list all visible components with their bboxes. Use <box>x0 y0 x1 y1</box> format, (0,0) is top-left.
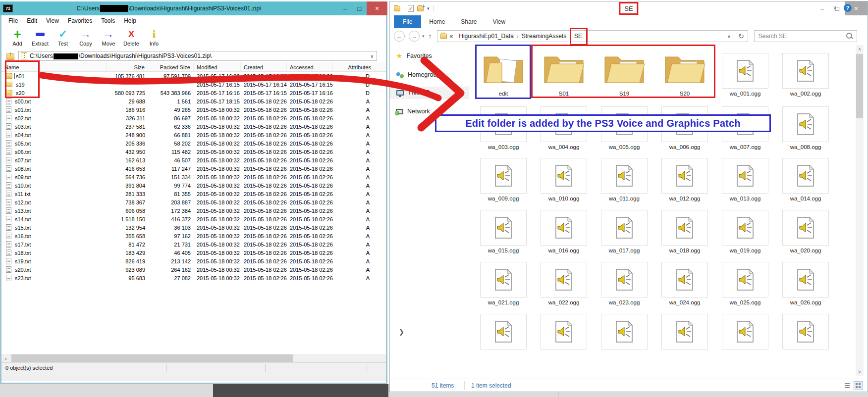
column-header-name[interactable]: Name <box>1 62 107 72</box>
table-row[interactable]: s12.txt738 367203 8872015-05-18 00:32201… <box>1 198 386 206</box>
packed-size-cell: 1 561 <box>148 99 194 104</box>
file-tile[interactable] <box>661 262 708 298</box>
file-tile[interactable] <box>722 314 768 349</box>
file-tile[interactable] <box>480 314 527 349</box>
file-tile[interactable] <box>661 210 708 246</box>
toolbar-button-info[interactable]: iInfo <box>144 27 164 50</box>
menu-item-edit[interactable]: Edit <box>27 17 37 24</box>
toolbar-button-add[interactable]: +Add <box>7 27 27 50</box>
file-tile[interactable] <box>541 210 587 246</box>
table-row[interactable]: s06.txt432 950115 4822015-05-18 00:32201… <box>1 148 386 156</box>
column-header-accessed[interactable]: Accessed <box>287 62 333 72</box>
file-tile[interactable] <box>722 210 768 246</box>
file-tile[interactable] <box>782 106 829 142</box>
menu-item-favorites[interactable]: Favorites <box>68 17 92 24</box>
column-header-created[interactable]: Created <box>241 62 287 72</box>
menu-item-tools[interactable]: Tools <box>101 17 115 24</box>
table-row[interactable]: s13.txt606 058172 3842015-05-18 00:32201… <box>1 206 386 215</box>
file-tile[interactable] <box>601 106 648 142</box>
sevenzip-titlebar[interactable]: 7z C:\Users\Downloads\Higurashi\Higurash… <box>0 1 387 15</box>
archive-path-combobox[interactable]: C:\Users\Downloads\Higurashi\HigurashiPS… <box>18 51 377 61</box>
file-tile[interactable] <box>722 53 768 89</box>
scrollbar-thumb[interactable] <box>856 54 863 118</box>
table-row[interactable]: s19.txt826 419213 1422015-05-18 00:32201… <box>1 257 386 265</box>
menu-item-help[interactable]: Help <box>124 17 136 24</box>
table-row[interactable]: s11.txt281 33381 3552015-05-18 00:322015… <box>1 190 386 198</box>
file-tile[interactable] <box>782 53 829 89</box>
table-row[interactable]: s03.txt237 58162 3362015-05-18 00:322015… <box>1 122 386 131</box>
file-tile[interactable] <box>782 314 829 349</box>
file-tile[interactable] <box>601 314 648 349</box>
thumbnail-view-icon[interactable] <box>854 381 863 390</box>
menu-item-view[interactable]: View <box>46 17 59 24</box>
menu-item-file[interactable]: File <box>8 17 18 24</box>
toolbar-button-test[interactable]: ✓Test <box>53 27 73 50</box>
file-tile[interactable] <box>541 314 587 349</box>
table-row[interactable]: s20580 093 725543 383 9662015-05-17 16:1… <box>1 89 386 97</box>
table-row[interactable]: s20.txt923 089264 1622015-05-18 00:32201… <box>1 265 386 274</box>
vertical-scrollbar[interactable]: ∧ ∨ <box>856 45 864 376</box>
scrollbar-thumb[interactable] <box>11 354 293 362</box>
file-tile-label: wa_018.ogg <box>660 248 709 253</box>
table-row[interactable]: s01105 376 48197 591 7092015-05-17 16:08… <box>1 72 386 80</box>
chevron-down-icon[interactable]: ∨ <box>368 53 377 59</box>
table-row[interactable]: s192015-05-17 16:152015-05-17 16:142015-… <box>1 80 386 89</box>
toolbar-button-extract[interactable]: Extract <box>30 27 50 50</box>
file-tile[interactable] <box>601 158 648 194</box>
file-tile[interactable] <box>661 106 708 142</box>
file-tile[interactable] <box>661 158 708 194</box>
folder-tile-icon[interactable] <box>603 50 646 87</box>
column-header-packed-size[interactable]: Packed Size <box>148 62 194 72</box>
table-row[interactable]: s00.txt29 6881 5612015-05-17 18:152015-0… <box>1 97 386 105</box>
file-tile[interactable] <box>722 106 768 142</box>
table-row[interactable]: s23.txt95 68327 0822015-05-18 00:322015-… <box>1 274 386 282</box>
column-header-size[interactable]: Size <box>107 62 148 72</box>
details-view-icon[interactable] <box>843 381 852 390</box>
file-tile[interactable] <box>782 158 829 194</box>
maximize-button[interactable]: □ <box>352 1 367 15</box>
toolbar-button-copy[interactable]: →Copy <box>76 27 96 50</box>
scroll-up-arrow-icon[interactable]: ∧ <box>856 45 864 53</box>
file-tile[interactable] <box>541 262 587 298</box>
table-row[interactable]: s14.txt1 518 150416 3722015-05-18 00:322… <box>1 215 386 223</box>
table-row[interactable]: s15.txt132 95436 1032015-05-18 00:322015… <box>1 223 386 232</box>
file-tile[interactable] <box>480 262 527 298</box>
table-row[interactable]: s17.txt81 47221 7312015-05-18 00:322015-… <box>1 240 386 248</box>
file-tile[interactable] <box>480 106 527 142</box>
file-tile[interactable] <box>480 158 527 194</box>
table-row[interactable]: s09.txt564 736151 3342015-05-18 00:32201… <box>1 173 386 181</box>
table-row[interactable]: s01.txt186 91649 2652015-05-18 00:322015… <box>1 105 386 114</box>
size-cell: 205 336 <box>107 141 148 147</box>
table-row[interactable]: s16.txt355 65897 1622015-05-18 00:322015… <box>1 232 386 240</box>
column-header-attributes[interactable]: Attributes <box>333 62 386 72</box>
scroll-left-arrow-icon[interactable]: ‹ <box>1 354 10 362</box>
toolbar-button-move[interactable]: →Move <box>99 27 118 50</box>
file-tile[interactable] <box>601 210 648 246</box>
close-button[interactable]: × <box>367 1 387 15</box>
folder-tile-icon[interactable] <box>542 50 585 87</box>
table-row[interactable]: s10.txt391 80499 7742015-05-18 00:322015… <box>1 181 386 190</box>
file-tile[interactable] <box>722 262 768 298</box>
file-tile[interactable] <box>782 262 829 298</box>
file-tile[interactable] <box>601 262 648 298</box>
table-row[interactable]: s18.txt183 42946 4052015-05-18 00:322015… <box>1 248 386 257</box>
minimize-button[interactable]: – <box>338 1 352 15</box>
table-row[interactable]: s07.txt162 61346 5072015-05-18 00:322015… <box>1 156 386 164</box>
file-tile[interactable] <box>480 210 527 246</box>
table-row[interactable]: s05.txt205 33658 2022015-05-18 00:322015… <box>1 139 386 148</box>
file-tile[interactable] <box>541 106 587 142</box>
file-tile[interactable] <box>722 158 768 194</box>
folder-tile-icon[interactable] <box>482 50 525 87</box>
table-row[interactable]: s08.txt416 653117 2472015-05-18 00:32201… <box>1 164 386 173</box>
toolbar-button-delete[interactable]: XDelete <box>121 27 141 50</box>
horizontal-scrollbar[interactable]: ‹ <box>1 354 386 362</box>
scroll-down-arrow-icon[interactable]: ∨ <box>856 368 864 376</box>
up-one-level-icon[interactable]: ↑ <box>5 52 15 60</box>
table-row[interactable]: s04.txt248 90066 8812015-05-18 00:322015… <box>1 131 386 139</box>
folder-tile-icon[interactable] <box>663 50 706 87</box>
file-tile[interactable] <box>541 158 587 194</box>
file-tile[interactable] <box>661 314 708 349</box>
table-row[interactable]: s02.txt326 31186 6972015-05-18 00:322015… <box>1 114 386 122</box>
column-header-modified[interactable]: Modified <box>194 62 241 72</box>
file-tile[interactable] <box>782 210 829 246</box>
